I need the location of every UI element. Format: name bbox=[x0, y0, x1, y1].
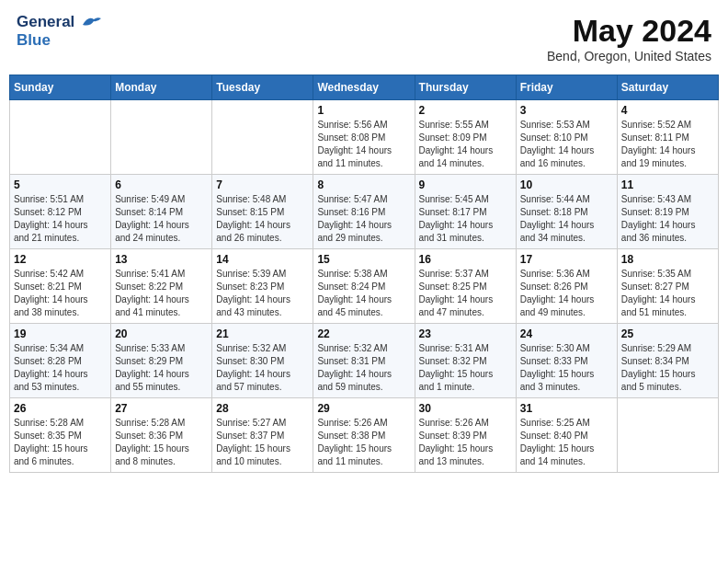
day-info: Sunrise: 5:41 AMSunset: 8:22 PMDaylight:… bbox=[115, 268, 208, 319]
calendar-cell bbox=[212, 100, 313, 175]
weekday-header-friday: Friday bbox=[516, 75, 617, 100]
calendar-cell: 13Sunrise: 5:41 AMSunset: 8:22 PMDayligh… bbox=[111, 249, 212, 324]
day-info: Sunrise: 5:37 AMSunset: 8:25 PMDaylight:… bbox=[419, 268, 512, 319]
day-number: 23 bbox=[419, 327, 512, 340]
day-number: 22 bbox=[317, 327, 410, 340]
day-info: Sunrise: 5:52 AMSunset: 8:11 PMDaylight:… bbox=[621, 119, 714, 170]
day-number: 27 bbox=[115, 402, 208, 415]
calendar-cell: 7Sunrise: 5:48 AMSunset: 8:15 PMDaylight… bbox=[212, 175, 313, 249]
calendar-week-row: 26Sunrise: 5:28 AMSunset: 8:35 PMDayligh… bbox=[10, 398, 719, 473]
weekday-header-saturday: Saturday bbox=[617, 75, 718, 100]
calendar-cell: 29Sunrise: 5:26 AMSunset: 8:38 PMDayligh… bbox=[313, 398, 415, 473]
day-info: Sunrise: 5:45 AMSunset: 8:17 PMDaylight:… bbox=[419, 193, 512, 245]
calendar-cell: 3Sunrise: 5:53 AMSunset: 8:10 PMDaylight… bbox=[516, 100, 617, 175]
day-info: Sunrise: 5:28 AMSunset: 8:36 PMDaylight:… bbox=[115, 417, 208, 468]
day-number: 15 bbox=[317, 253, 410, 266]
day-info: Sunrise: 5:56 AMSunset: 8:08 PMDaylight:… bbox=[317, 119, 410, 170]
calendar-header-row: SundayMondayTuesdayWednesdayThursdayFrid… bbox=[10, 75, 719, 100]
day-info: Sunrise: 5:28 AMSunset: 8:35 PMDaylight:… bbox=[14, 417, 107, 468]
day-number: 25 bbox=[621, 327, 714, 340]
day-number: 31 bbox=[520, 402, 613, 415]
calendar-week-row: 12Sunrise: 5:42 AMSunset: 8:21 PMDayligh… bbox=[10, 249, 719, 324]
day-number: 4 bbox=[621, 104, 714, 117]
calendar-cell bbox=[111, 100, 212, 175]
day-number: 5 bbox=[14, 178, 107, 191]
day-info: Sunrise: 5:53 AMSunset: 8:10 PMDaylight:… bbox=[520, 119, 613, 170]
calendar-cell: 9Sunrise: 5:45 AMSunset: 8:17 PMDaylight… bbox=[415, 175, 516, 249]
day-number: 9 bbox=[419, 178, 512, 191]
calendar-cell: 6Sunrise: 5:49 AMSunset: 8:14 PMDaylight… bbox=[111, 175, 212, 249]
calendar-cell: 2Sunrise: 5:55 AMSunset: 8:09 PMDaylight… bbox=[415, 100, 516, 175]
day-info: Sunrise: 5:48 AMSunset: 8:15 PMDaylight:… bbox=[216, 193, 309, 245]
calendar-week-row: 19Sunrise: 5:34 AMSunset: 8:28 PMDayligh… bbox=[10, 324, 719, 398]
day-info: Sunrise: 5:34 AMSunset: 8:28 PMDaylight:… bbox=[14, 342, 107, 394]
day-number: 18 bbox=[621, 253, 714, 266]
day-number: 12 bbox=[14, 253, 107, 266]
day-info: Sunrise: 5:33 AMSunset: 8:29 PMDaylight:… bbox=[115, 342, 208, 394]
day-number: 28 bbox=[216, 402, 309, 415]
day-info: Sunrise: 5:26 AMSunset: 8:38 PMDaylight:… bbox=[317, 417, 410, 468]
day-number: 8 bbox=[317, 178, 410, 191]
day-number: 13 bbox=[115, 253, 208, 266]
day-info: Sunrise: 5:42 AMSunset: 8:21 PMDaylight:… bbox=[14, 268, 107, 319]
day-info: Sunrise: 5:38 AMSunset: 8:24 PMDaylight:… bbox=[317, 268, 410, 319]
calendar-cell: 19Sunrise: 5:34 AMSunset: 8:28 PMDayligh… bbox=[10, 324, 111, 398]
calendar-cell: 8Sunrise: 5:47 AMSunset: 8:16 PMDaylight… bbox=[313, 175, 415, 249]
calendar-cell: 26Sunrise: 5:28 AMSunset: 8:35 PMDayligh… bbox=[10, 398, 111, 473]
day-number: 7 bbox=[216, 178, 309, 191]
day-number: 14 bbox=[216, 253, 309, 266]
day-info: Sunrise: 5:27 AMSunset: 8:37 PMDaylight:… bbox=[216, 417, 309, 468]
calendar-cell: 25Sunrise: 5:29 AMSunset: 8:34 PMDayligh… bbox=[617, 324, 718, 398]
day-number: 26 bbox=[14, 402, 107, 415]
calendar-cell: 28Sunrise: 5:27 AMSunset: 8:37 PMDayligh… bbox=[212, 398, 313, 473]
calendar-cell: 11Sunrise: 5:43 AMSunset: 8:19 PMDayligh… bbox=[617, 175, 718, 249]
calendar-cell: 20Sunrise: 5:33 AMSunset: 8:29 PMDayligh… bbox=[111, 324, 212, 398]
day-number: 6 bbox=[115, 178, 208, 191]
day-info: Sunrise: 5:29 AMSunset: 8:34 PMDaylight:… bbox=[621, 342, 714, 394]
day-info: Sunrise: 5:35 AMSunset: 8:27 PMDaylight:… bbox=[621, 268, 714, 319]
weekday-header-wednesday: Wednesday bbox=[313, 75, 415, 100]
calendar-cell: 10Sunrise: 5:44 AMSunset: 8:18 PMDayligh… bbox=[516, 175, 617, 249]
calendar-cell: 30Sunrise: 5:26 AMSunset: 8:39 PMDayligh… bbox=[415, 398, 516, 473]
calendar-cell: 17Sunrise: 5:36 AMSunset: 8:26 PMDayligh… bbox=[516, 249, 617, 324]
day-number: 19 bbox=[14, 327, 107, 340]
day-info: Sunrise: 5:32 AMSunset: 8:30 PMDaylight:… bbox=[216, 342, 309, 394]
logo-blue-text: Blue bbox=[17, 31, 101, 50]
day-number: 3 bbox=[520, 104, 613, 117]
calendar-cell: 16Sunrise: 5:37 AMSunset: 8:25 PMDayligh… bbox=[415, 249, 516, 324]
day-number: 20 bbox=[115, 327, 208, 340]
page-header: General Blue May 2024 Bend, Oregon, Unit… bbox=[9, 9, 719, 67]
weekday-header-sunday: Sunday bbox=[10, 75, 111, 100]
day-info: Sunrise: 5:47 AMSunset: 8:16 PMDaylight:… bbox=[317, 193, 410, 245]
logo: General Blue bbox=[17, 13, 101, 51]
day-number: 24 bbox=[520, 327, 613, 340]
day-number: 29 bbox=[317, 402, 410, 415]
day-info: Sunrise: 5:25 AMSunset: 8:40 PMDaylight:… bbox=[520, 417, 613, 468]
day-number: 10 bbox=[520, 178, 613, 191]
day-info: Sunrise: 5:39 AMSunset: 8:23 PMDaylight:… bbox=[216, 268, 309, 319]
day-number: 30 bbox=[419, 402, 512, 415]
day-number: 1 bbox=[317, 104, 410, 117]
calendar-cell: 23Sunrise: 5:31 AMSunset: 8:32 PMDayligh… bbox=[415, 324, 516, 398]
calendar-week-row: 5Sunrise: 5:51 AMSunset: 8:12 PMDaylight… bbox=[10, 175, 719, 249]
day-number: 21 bbox=[216, 327, 309, 340]
day-info: Sunrise: 5:36 AMSunset: 8:26 PMDaylight:… bbox=[520, 268, 613, 319]
calendar-week-row: 1Sunrise: 5:56 AMSunset: 8:08 PMDaylight… bbox=[10, 100, 719, 175]
calendar-cell: 4Sunrise: 5:52 AMSunset: 8:11 PMDaylight… bbox=[617, 100, 718, 175]
calendar-cell: 21Sunrise: 5:32 AMSunset: 8:30 PMDayligh… bbox=[212, 324, 313, 398]
weekday-header-tuesday: Tuesday bbox=[212, 75, 313, 100]
day-info: Sunrise: 5:44 AMSunset: 8:18 PMDaylight:… bbox=[520, 193, 613, 245]
calendar-cell: 12Sunrise: 5:42 AMSunset: 8:21 PMDayligh… bbox=[10, 249, 111, 324]
day-number: 17 bbox=[520, 253, 613, 266]
day-info: Sunrise: 5:32 AMSunset: 8:31 PMDaylight:… bbox=[317, 342, 410, 394]
day-number: 2 bbox=[419, 104, 512, 117]
day-number: 11 bbox=[621, 178, 714, 191]
month-title: May 2024 bbox=[547, 13, 711, 49]
calendar-cell: 31Sunrise: 5:25 AMSunset: 8:40 PMDayligh… bbox=[516, 398, 617, 473]
day-info: Sunrise: 5:55 AMSunset: 8:09 PMDaylight:… bbox=[419, 119, 512, 170]
day-number: 16 bbox=[419, 253, 512, 266]
day-info: Sunrise: 5:30 AMSunset: 8:33 PMDaylight:… bbox=[520, 342, 613, 394]
logo-text: General bbox=[17, 13, 101, 31]
calendar-cell: 27Sunrise: 5:28 AMSunset: 8:36 PMDayligh… bbox=[111, 398, 212, 473]
calendar-cell bbox=[10, 100, 111, 175]
